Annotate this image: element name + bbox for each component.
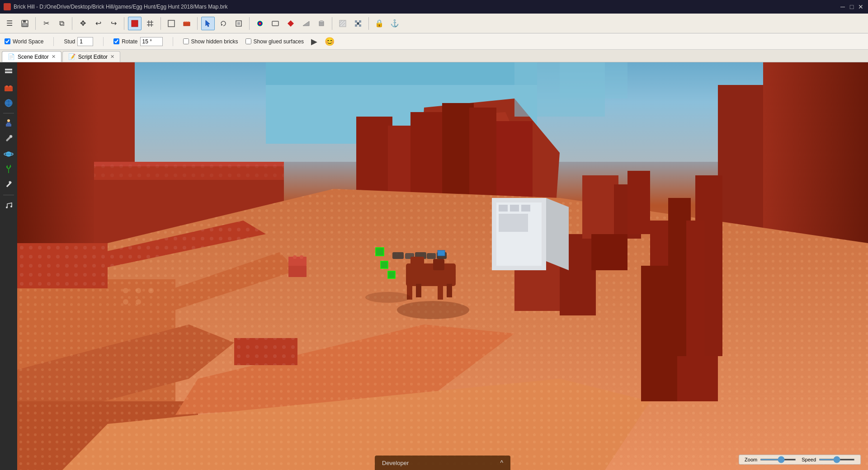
world-space-label[interactable]: World Space (13, 38, 43, 45)
svg-marker-20 (303, 21, 309, 26)
dev-bar-arrow[interactable]: ^ (500, 459, 503, 466)
brick-add-button[interactable] (180, 17, 193, 30)
svg-rect-110 (416, 284, 421, 297)
zoom-slider[interactable] (760, 459, 796, 461)
svg-point-129 (136, 288, 141, 293)
svg-rect-96 (499, 205, 508, 212)
svg-rect-113 (376, 248, 384, 256)
save-button[interactable] (18, 17, 32, 30)
svg-marker-13 (206, 20, 210, 27)
show-glued-label[interactable]: Show glued surfaces (254, 38, 304, 45)
color-picker-button[interactable] (253, 17, 267, 30)
script-tab-close[interactable]: ✕ (110, 54, 114, 60)
svg-point-134 (365, 292, 410, 303)
close-button[interactable]: ✕ (857, 3, 864, 10)
options-sep-2 (103, 37, 104, 46)
svg-rect-1 (23, 20, 26, 23)
smiley-button[interactable]: 😊 (325, 37, 335, 47)
app-icon (4, 3, 11, 10)
rotate-checkbox[interactable] (113, 38, 119, 44)
cylinder-button[interactable] (315, 17, 328, 30)
script-tab-icon: 📝 (68, 53, 75, 60)
main-area: Developer ^ Zoom Speed (0, 62, 868, 470)
svg-rect-25 (359, 20, 361, 23)
svg-rect-117 (288, 266, 307, 277)
svg-rect-124 (582, 175, 618, 239)
sidebar-wrench-button[interactable] (1, 178, 16, 192)
show-hidden-checkbox[interactable] (183, 38, 189, 44)
play-button[interactable]: ▶ (311, 37, 317, 47)
svg-rect-116 (438, 250, 445, 256)
svg-rect-112 (447, 284, 452, 297)
move-button[interactable]: ✥ (76, 17, 90, 30)
lock-button[interactable]: 🔒 (373, 17, 386, 30)
svg-rect-98 (521, 205, 530, 212)
cut-button[interactable]: ✂ (39, 17, 53, 30)
select-box-button[interactable] (165, 17, 178, 30)
sidebar-brick-button[interactable] (1, 80, 16, 95)
stud-input[interactable] (77, 37, 93, 46)
world-space-checkbox[interactable] (5, 38, 10, 44)
select-mode-button[interactable] (128, 17, 142, 30)
svg-point-17 (257, 21, 263, 26)
sep-2 (72, 17, 72, 30)
options-sep-1 (53, 37, 54, 46)
sidebar-globe-button[interactable] (1, 96, 16, 110)
anchor-button[interactable]: ⚓ (388, 17, 401, 30)
speed-label: Speed (802, 457, 816, 462)
rotate-option: Rotate (113, 37, 162, 46)
zoom-container: Zoom (745, 457, 796, 462)
show-hidden-option: Show hidden bricks (183, 38, 238, 45)
svg-point-45 (6, 207, 8, 208)
script-tab-label: Script Editor (78, 54, 108, 60)
developer-bar[interactable]: Developer ^ (375, 456, 510, 470)
menu-button[interactable]: ☰ (3, 17, 16, 30)
scene-tab-close[interactable]: ✕ (52, 54, 56, 60)
scale-button[interactable] (232, 17, 245, 30)
sidebar-figure-button[interactable] (1, 116, 16, 131)
svg-rect-126 (627, 171, 650, 234)
sidebar-music-button[interactable] (1, 198, 16, 212)
svg-rect-8 (168, 20, 175, 27)
sep-6 (249, 17, 250, 30)
viewport[interactable]: Developer ^ Zoom Speed (17, 62, 868, 470)
sidebar-plant-button[interactable] (1, 162, 16, 177)
show-hidden-label[interactable]: Show hidden bricks (191, 38, 238, 45)
texture-button[interactable] (336, 17, 349, 30)
copy-button[interactable]: ⧉ (55, 17, 68, 30)
options-bar: World Space Stud Rotate Show hidden bric… (0, 33, 868, 50)
speed-slider[interactable] (819, 459, 855, 461)
svg-rect-114 (381, 261, 388, 268)
scene-editor-tab[interactable]: 📄 Scene Editor ✕ (2, 51, 61, 62)
pattern-button[interactable] (351, 17, 365, 30)
maximize-button[interactable]: □ (848, 3, 855, 10)
svg-rect-136 (560, 62, 627, 99)
diamond-button[interactable] (284, 17, 297, 30)
sidebar-top-button[interactable] (1, 65, 16, 80)
rect-paint-button[interactable] (269, 17, 282, 30)
window-controls[interactable]: ─ □ ✕ (839, 3, 864, 10)
svg-rect-16 (237, 22, 240, 25)
rotate-tool-button[interactable] (217, 17, 230, 30)
cursor-button[interactable] (201, 17, 215, 30)
svg-point-133 (397, 301, 469, 319)
rotate-input[interactable] (140, 37, 163, 46)
show-glued-checkbox[interactable] (245, 38, 251, 44)
svg-point-32 (5, 85, 8, 87)
zoom-speed-bar: Zoom Speed (739, 455, 861, 465)
redo-button[interactable]: ↪ (107, 17, 120, 30)
scene-svg (17, 62, 868, 470)
sidebar-sep-1 (3, 113, 14, 113)
scene-tab-label: Scene Editor (18, 54, 49, 60)
window-title: Brick Hill - D:/OneDrive/Desktop/Brick H… (14, 4, 228, 10)
sidebar-planet-button[interactable] (1, 147, 16, 161)
svg-rect-97 (510, 205, 519, 212)
svg-point-11 (186, 21, 188, 23)
grid-button[interactable] (143, 17, 157, 30)
script-editor-tab[interactable]: 📝 Script Editor ✕ (62, 51, 120, 62)
svg-rect-108 (433, 259, 444, 270)
minimize-button[interactable]: ─ (839, 3, 846, 10)
undo-button[interactable]: ↩ (91, 17, 105, 30)
sidebar-tool-button[interactable] (1, 132, 16, 146)
wedge-button[interactable] (299, 17, 313, 30)
